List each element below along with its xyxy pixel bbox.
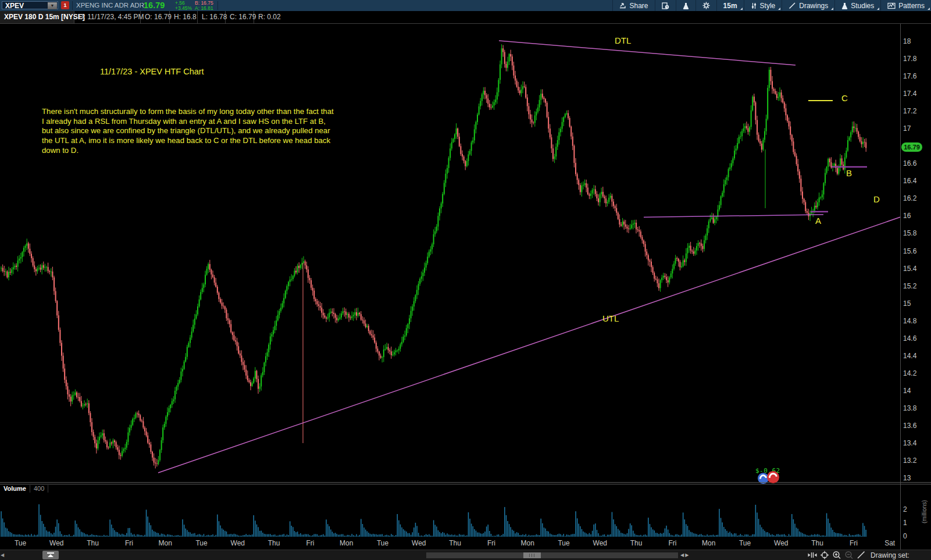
pane-splitter[interactable] <box>0 482 931 483</box>
price-change: +.56 +3.45% <box>175 1 192 10</box>
day-axis-label: Fri <box>841 539 866 547</box>
day-axis-label: Wed <box>406 539 431 547</box>
day-axis-label: Thu <box>443 539 468 547</box>
trendline-DTL[interactable] <box>499 41 796 65</box>
day-axis-label: Tue <box>8 539 33 547</box>
price-chart-canvas[interactable] <box>0 0 931 560</box>
price-tick-label: 13.2 <box>903 456 916 465</box>
quick-study-button[interactable] <box>676 0 695 11</box>
price-tick-label: 17.2 <box>903 107 916 115</box>
price-tick-label: 17 <box>903 124 911 133</box>
price-tick-label: 14.4 <box>903 352 916 360</box>
price-tick-label: 13.4 <box>903 439 916 447</box>
price-tick-label: 14.6 <box>903 334 916 343</box>
crosshair-target-icon[interactable] <box>820 551 829 560</box>
day-axis-label: Mon <box>696 539 722 547</box>
day-axis-label: Thu <box>805 539 830 547</box>
zoom-in-icon[interactable] <box>832 551 841 560</box>
toolbar-separator <box>72 1 73 10</box>
share-icon <box>619 2 627 9</box>
price-tick-label: 15.4 <box>903 265 916 273</box>
annotation-note-line: the UTL at A, imo it is more likely we h… <box>42 136 330 145</box>
style-sliders-icon <box>751 2 757 9</box>
day-axis-label: Thu <box>623 539 649 547</box>
toolbar-right-group: Share <box>612 0 931 11</box>
timeframe-button[interactable]: 15m <box>716 0 744 11</box>
chart-label-UTL[interactable]: UTL <box>602 313 619 323</box>
expand-bars-icon[interactable] <box>807 551 818 560</box>
chart-label-A[interactable]: A <box>815 216 821 226</box>
studies-button[interactable]: Studies <box>834 0 880 11</box>
day-axis-label: Fri <box>297 539 323 547</box>
alert-badge[interactable]: 1 <box>61 1 69 9</box>
chart-label-DTL[interactable]: DTL <box>615 35 631 45</box>
day-axis-label: Tue <box>732 539 758 547</box>
collapse-pane-button[interactable] <box>42 551 59 559</box>
day-axis-label: Fri <box>659 539 685 547</box>
studies-flask-icon <box>841 2 848 9</box>
symbol-text: XPEV <box>5 2 24 10</box>
share-button[interactable]: Share <box>612 0 655 11</box>
price-tick-label: 17.4 <box>903 90 916 98</box>
volume-label[interactable]: Volume <box>0 485 30 493</box>
price-tick-label: 15 <box>903 299 911 308</box>
day-axis-label: Fri <box>479 539 504 547</box>
day-axis-label: Mon <box>334 539 359 547</box>
drawing-tool-icon[interactable] <box>857 551 866 560</box>
chart-label-B[interactable]: B <box>846 168 852 178</box>
share-label: Share <box>630 2 648 10</box>
toolbar-separator <box>141 1 141 10</box>
price-tick-label: 13.8 <box>903 404 916 412</box>
trendline-A-support-line[interactable] <box>644 215 823 217</box>
symbol-dropdown-icon[interactable]: ▼ <box>48 2 57 9</box>
price-tick-label: 13.6 <box>903 422 916 430</box>
chart-label-D[interactable]: D <box>873 194 880 204</box>
day-axis-label: Mon <box>515 539 540 547</box>
volume-tick-label: 2 <box>903 505 907 513</box>
price-tick-label: 15.8 <box>903 229 916 237</box>
trendline-UTL[interactable] <box>158 217 901 473</box>
ask-value: A: 16.81 <box>195 6 213 11</box>
scroll-left-arrow[interactable]: ◀ <box>1 552 4 558</box>
drawing-set-label[interactable]: Drawing set: Default <box>871 551 931 560</box>
chart-title[interactable]: XPEV 180 D 15m [NYSE] <box>0 11 74 23</box>
collapse-icon <box>47 552 54 554</box>
price-tick-label: 16.6 <box>903 159 916 167</box>
chart-scrollbar-track[interactable] <box>426 552 678 558</box>
header-divider <box>0 23 931 24</box>
thinkorswim-chart-window: XPEV ▼ 1 XPENG INC ADR ADR 16.79 +.56 +3… <box>0 0 931 560</box>
annotation-note-line: down to D. <box>42 146 79 155</box>
top-toolbar: XPEV ▼ 1 XPENG INC ADR ADR 16.79 +.56 +3… <box>0 0 931 11</box>
zoom-out-icon[interactable] <box>844 551 854 560</box>
scroll-step-arrows[interactable]: ◀▶ <box>680 552 690 558</box>
reports-button[interactable] <box>655 0 676 11</box>
chart-scrollbar-thumb[interactable] <box>523 552 541 558</box>
day-axis-label: Tue <box>189 539 215 547</box>
gear-icon <box>702 2 710 9</box>
header-open: O: 16.79 <box>141 11 170 23</box>
price-axis-border <box>900 11 901 550</box>
volume-value: 400 <box>30 485 48 493</box>
header-close: C: 16.79 <box>226 11 254 23</box>
settings-button[interactable] <box>695 0 716 11</box>
price-tick-label: 16 <box>903 212 911 220</box>
price-tick-label: 14.2 <box>903 369 916 377</box>
pane-splitter[interactable] <box>0 484 931 484</box>
bid-ask: B: 16.75 A: 16.81 <box>195 1 213 10</box>
header-range: R: 0.02 <box>254 11 277 23</box>
studies-label: Studies <box>851 2 874 10</box>
flask-icon <box>683 2 689 9</box>
style-button[interactable]: Style <box>744 0 782 11</box>
annotation-title[interactable]: 11/17/23 - XPEV HTF Chart <box>100 67 204 76</box>
drawings-label: Drawings <box>799 2 828 10</box>
patterns-button[interactable]: Patterns <box>880 0 931 11</box>
volume-tick-label: 0 <box>903 532 907 540</box>
chart-label-C[interactable]: C <box>841 93 848 103</box>
price-tick-label: 18 <box>903 37 911 45</box>
fibonacci-tool-bubble-icon[interactable] <box>767 471 779 483</box>
day-axis-label: Wed <box>44 539 69 547</box>
drawings-button[interactable]: Drawings <box>782 0 834 11</box>
last-price-axis-badge: 16.79 <box>901 142 922 152</box>
day-axis-label: Thu <box>80 539 106 547</box>
symbol-input[interactable]: XPEV ▼ <box>2 1 58 9</box>
